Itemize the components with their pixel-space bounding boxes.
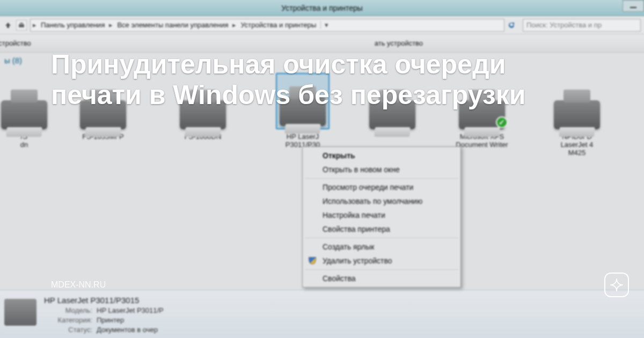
minimize-button[interactable] bbox=[623, 0, 644, 12]
menu-remove-device-label: Удалить устройство bbox=[323, 256, 392, 265]
breadcrumb[interactable]: ▸ Панель управления ▸ Все элементы панел… bbox=[30, 19, 504, 32]
chevron-right-icon: ▸ bbox=[33, 21, 36, 29]
breadcrumb-seg-0[interactable]: Панель управления bbox=[38, 21, 108, 29]
device-label: Document Writer bbox=[456, 141, 508, 149]
menu-create-shortcut[interactable]: Создать ярлык bbox=[304, 240, 459, 254]
window-title-text: Устройства и принтеры bbox=[281, 4, 363, 12]
search-placeholder: Поиск: Устройства и пр bbox=[526, 21, 602, 29]
printer-icon bbox=[176, 73, 230, 129]
toolbar: е устройство ать устройство bbox=[0, 34, 644, 53]
device-item-selected[interactable]: HP LaserJ P3011/P30 bbox=[258, 73, 348, 157]
device-label: HP LaserJ bbox=[287, 133, 319, 141]
chevron-right-icon: ▸ bbox=[232, 21, 236, 29]
section-suffix: ы bbox=[4, 56, 10, 65]
menu-view-queue[interactable]: Просмотр очереди печати bbox=[304, 180, 459, 194]
menu-set-default[interactable]: Использовать по умолчанию bbox=[304, 194, 459, 208]
device-item[interactable]: FS-1035MFP bbox=[58, 73, 148, 157]
menu-separator bbox=[305, 178, 458, 179]
device-item[interactable]: FS-1060DN bbox=[158, 73, 248, 157]
context-menu: Открыть Открыть в новом окне Просмотр оч… bbox=[302, 146, 461, 288]
menu-open-new-window[interactable]: Открыть в новом окне bbox=[304, 163, 459, 177]
devices-icon bbox=[16, 20, 27, 31]
details-value: HP LaserJet P3011/P bbox=[97, 306, 164, 315]
menu-remove-device[interactable]: Удалить устройство bbox=[304, 254, 459, 268]
default-check-icon: ✓ bbox=[496, 116, 508, 128]
printer-icon bbox=[76, 73, 130, 129]
device-item[interactable]: /S dn bbox=[0, 73, 48, 157]
up-arrow-icon[interactable] bbox=[3, 20, 13, 30]
details-pane: HP LaserJet P3011/P3015 Модель:HP LaserJ… bbox=[0, 290, 644, 338]
section-count: (8) bbox=[12, 56, 22, 65]
toolbar-item-1[interactable]: ать устройство bbox=[364, 39, 434, 47]
device-item[interactable] bbox=[357, 73, 427, 157]
menu-separator bbox=[305, 269, 458, 270]
svg-rect-1 bbox=[20, 23, 23, 25]
details-label: Статус: bbox=[44, 325, 92, 335]
details-value: Документов в очер bbox=[97, 325, 158, 335]
address-bar: ▸ Панель управления ▸ Все элементы панел… bbox=[0, 16, 644, 34]
breadcrumb-seg-2[interactable]: Устройства и принтеры bbox=[237, 21, 319, 29]
details-name: HP LaserJet P3011/P3015 bbox=[44, 296, 164, 305]
device-label: dn bbox=[20, 141, 28, 149]
printer-icon: ✓ bbox=[455, 73, 509, 129]
window-titlebar: Устройства и принтеры bbox=[0, 0, 644, 16]
printer-icon bbox=[0, 73, 51, 129]
printer-icon bbox=[276, 73, 330, 129]
breadcrumb-seg-1[interactable]: Все элементы панели управления bbox=[114, 21, 231, 29]
device-item[interactable]: NPID6FD LaserJet 4 M425 bbox=[537, 73, 617, 157]
details-label: Категория: bbox=[44, 315, 92, 325]
section-header[interactable]: ы (8) bbox=[0, 53, 644, 68]
search-input[interactable]: Поиск: Устройства и пр bbox=[523, 19, 641, 32]
device-label: LaserJet 4 bbox=[561, 141, 594, 149]
chevron-right-icon: ▸ bbox=[109, 21, 113, 29]
printer-icon bbox=[365, 73, 419, 129]
printer-icon bbox=[550, 73, 604, 129]
details-label: Модель: bbox=[44, 306, 92, 315]
chevron-down-icon[interactable]: ▾ bbox=[320, 21, 332, 29]
menu-separator bbox=[305, 238, 458, 238]
menu-print-settings[interactable]: Настройка печати bbox=[304, 208, 459, 222]
menu-printer-properties[interactable]: Свойства принтера bbox=[304, 222, 459, 236]
menu-properties[interactable]: Свойства bbox=[304, 271, 459, 285]
refresh-icon[interactable] bbox=[504, 21, 518, 30]
shield-icon bbox=[308, 256, 317, 266]
details-value: Принтер bbox=[97, 315, 124, 325]
device-item[interactable]: ✓ Microsoft XPS Document Writer bbox=[437, 73, 527, 157]
printer-icon bbox=[4, 299, 36, 326]
device-label: M425 bbox=[568, 149, 586, 157]
menu-open[interactable]: Открыть bbox=[304, 149, 459, 163]
toolbar-item-0[interactable]: е устройство bbox=[0, 39, 42, 47]
